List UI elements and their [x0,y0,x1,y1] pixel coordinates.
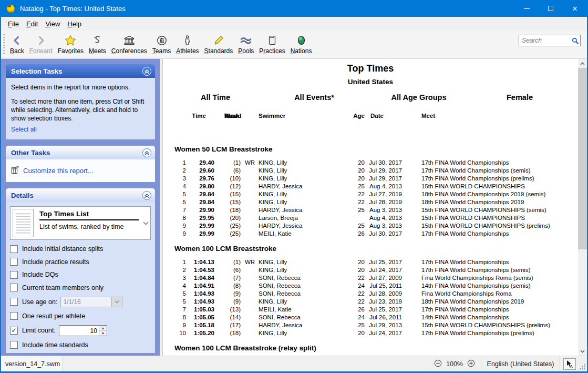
toolbar-favorites-button[interactable]: Favorites [55,33,86,55]
zoom-in-icon[interactable] [467,359,475,369]
limit-count-input[interactable]: 10▲▼ [59,325,107,336]
cell-world: (7) [216,274,241,282]
language-indicator[interactable]: English (United States) [481,356,560,371]
cell-age: 25 [348,206,365,214]
caret-select-button[interactable]: A [563,358,576,370]
cell-age: 20 [348,175,365,183]
result-row[interactable]: 529.84(15)KING, Lilly22Jul 27, 201918th … [163,190,578,198]
result-row[interactable]: 81:05.05(14)SONI, Rebecca24Jul 26, 20111… [163,314,578,321]
scroll-up-button[interactable] [578,59,587,68]
collapse-icon[interactable] [142,67,151,76]
report-thumbnail-icon [13,209,34,237]
filter-time-range[interactable]: All Time [201,93,230,102]
result-row[interactable]: 729.90(18)HARDY, Jessica25Aug 3, 201315t… [163,206,578,214]
result-row[interactable]: 129.40(1)WRKING, Lilly20Jul 30, 201717th… [163,159,578,167]
toolbar-conferences-button[interactable]: Conferences [109,33,150,55]
column-header-row: Time World Rank Now Swimmer Age Date Mee… [163,112,578,138]
checkbox-current-team-members-only[interactable] [10,284,18,291]
maximize-icon [548,6,553,11]
limit-count-spinner[interactable]: ▲▼ [99,326,107,336]
select-all-link[interactable]: Select all [11,126,37,133]
scrollbar-track[interactable] [578,249,587,347]
toolbar-nations-button[interactable]: Nations [288,33,315,55]
scroll-down-button[interactable] [578,347,587,356]
close-button[interactable]: × [563,0,587,17]
toolbar-athletes-button[interactable]: Athletes [173,33,201,55]
search-input[interactable] [519,37,572,44]
cell-date: Aug 4, 2013 [369,214,402,222]
search-icon[interactable] [572,37,579,44]
cell-date: Jul 28, 2009 [369,290,402,298]
cell-world: (17) [216,321,241,329]
toolbar-standards-button[interactable]: Standards [202,33,236,55]
menu-item-view[interactable]: View [42,18,64,30]
cell-world: (25) [216,230,241,238]
result-row[interactable]: 829.95(20)Larson, BreejaAug 4, 201315th … [163,214,578,222]
cell-age: 22 [348,274,365,282]
result-row[interactable]: 529.84(15)KING, Lilly22Jul 28, 201918th … [163,198,578,206]
cell-swimmer: KING, Lilly [259,258,348,266]
cell-rank: 5 [169,298,186,306]
filter-gender[interactable]: Female [507,93,533,102]
toolbar-teams-button[interactable]: Teams [150,33,173,55]
conferences-icon [123,33,135,47]
resize-grip-icon[interactable] [579,356,587,371]
checkbox-include-initial-distance-splits[interactable] [10,245,18,253]
menu-item-help[interactable]: Help [64,18,85,30]
menu-item-edit[interactable]: Edit [23,18,42,30]
zoom-out-icon[interactable] [434,359,442,369]
checkbox-use-age-on[interactable] [10,298,18,306]
minimize-button[interactable] [514,0,539,17]
menu-item-file[interactable]: File [4,18,23,30]
collapse-icon[interactable] [142,191,151,200]
toolbar-label-part: actices [265,47,285,55]
toolbar-pools-button[interactable]: Pools [235,33,256,55]
toolbar-back-label: Back [10,47,24,55]
cell-rank: 7 [169,306,186,314]
option-include-dqs: Include DQs [10,271,151,279]
other-tasks-header[interactable]: Other Tasks [6,146,155,159]
result-row[interactable]: 229.60(6)KING, Lilly20Jul 29, 201717th F… [163,167,578,175]
selection-tasks-header[interactable]: Selection Tasks [6,64,155,78]
spin-down-icon[interactable]: ▼ [99,331,107,336]
result-row[interactable]: 31:04.84(7)SONI, Rebecca22Jul 27, 2009Fi… [163,274,578,282]
toolbar-meets-button[interactable]: Meets [86,33,109,55]
collapse-icon[interactable] [142,148,151,157]
spin-up-icon[interactable]: ▲ [99,326,107,331]
toolbar-gripper[interactable] [3,34,5,55]
option-include-initial-distance-splits: Include initial distance splits [10,245,151,253]
cell-meet: 15th FINA WORLD CHAMPIONSHIPS [421,183,576,190]
scrollbar-thumb[interactable] [578,68,587,249]
checkbox-one-result-per-athlete[interactable] [10,312,18,320]
checkbox-include-practice-results[interactable] [10,258,18,266]
chevron-down-icon[interactable] [141,207,150,239]
result-row[interactable]: 91:05.18(17)HARDY, Jessica25Jul 29, 2013… [163,321,578,329]
checkbox-include-dqs[interactable] [10,271,18,279]
toolbar-nations-label: Nations [291,47,312,55]
details-header[interactable]: Details [6,188,155,202]
maximize-button[interactable] [539,0,563,17]
customize-report-link[interactable]: Customize this report... [23,167,94,175]
toolbar-back-button[interactable]: Back [7,33,27,55]
result-row[interactable]: 929.99(25)MEILI, Katie26Jul 30, 201717th… [163,230,578,238]
use-age-date-combo[interactable]: 1/1/16 [60,297,122,307]
result-row[interactable]: 21:04.53(6)KING, Lilly20Jul 24, 201717th… [163,266,578,274]
result-row[interactable]: 429.80(12)HARDY, Jessica25Aug 4, 201315t… [163,183,578,190]
checkbox-limit-count[interactable] [10,327,18,335]
result-row[interactable]: 71:05.03(13)MEILI, Katie26Jul 25, 201717… [163,306,578,314]
report-type-dropdown[interactable]: Top Times List List of swims, ranked by … [10,206,151,240]
option-label: Limit count: [22,327,56,334]
result-row[interactable]: 11:04.13(1)WRKING, Lilly20Jul 25, 201717… [163,258,578,266]
toolbar-practices-button[interactable]: Practices [256,33,287,55]
standards-icon [213,33,224,47]
result-row[interactable]: 51:04.93(9)SONI, Rebecca22Jul 28, 2009Fi… [163,290,578,298]
result-row[interactable]: 101:05.20(18)KING, Lilly20Jul 24, 201717… [163,329,578,337]
filter-events[interactable]: All Events* [294,93,334,102]
result-row[interactable]: 329.76(10)KING, Lilly20Jul 29, 201717th … [163,175,578,183]
checkbox-include-time-standards[interactable] [10,341,18,349]
result-row[interactable]: 51:04.93(9)KING, Lilly22Jul 23, 201918th… [163,298,578,306]
filter-age-groups[interactable]: All Age Groups [391,93,447,102]
result-row[interactable]: 929.99(25)HARDY, Jessica25Aug 3, 201315t… [163,222,578,230]
vertical-scrollbar[interactable] [578,59,587,356]
result-row[interactable]: 41:04.91(8)SONI, Rebecca24Jul 25, 201114… [163,282,578,290]
